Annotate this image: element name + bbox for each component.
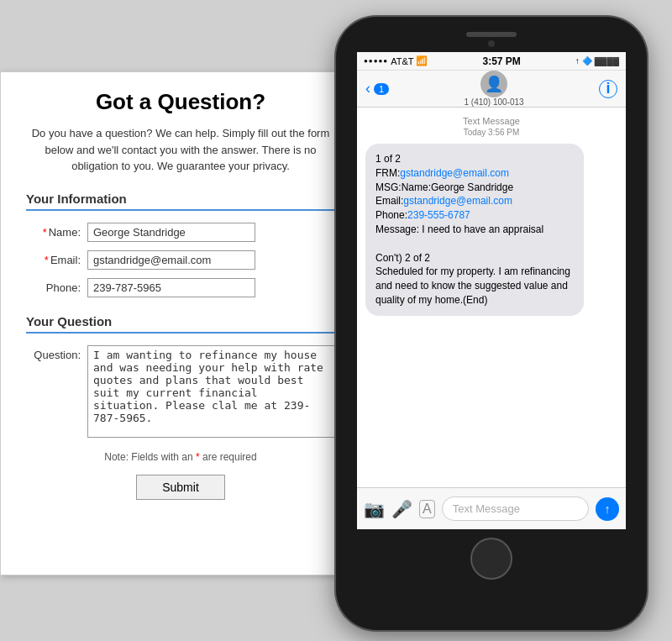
note-text: Note: Fields with an * are required: [26, 451, 335, 463]
name-group: *Name:: [26, 223, 335, 242]
back-button[interactable]: ‹ 1: [365, 80, 389, 97]
form-panel: Got a Question? Do you have a question? …: [0, 71, 361, 575]
note-star: *: [196, 451, 200, 463]
email-input[interactable]: [87, 250, 255, 270]
message-time-label: Today 3:56 PM: [464, 128, 520, 137]
send-button[interactable]: ↑: [596, 497, 619, 521]
status-left: ●●●●● AT&T 📶: [364, 55, 428, 66]
input-bar: 📷 🎤 A Text Message ↑: [357, 487, 626, 529]
message-type-label: Text Message: [463, 116, 520, 126]
form-description: Do you have a question? We can help. Sim…: [26, 125, 335, 175]
phone-input[interactable]: [87, 278, 255, 297]
your-question-section: Your Question Question: I am wanting to …: [26, 314, 335, 438]
email-required-star: *: [45, 254, 49, 266]
bubble-line-1: 1 of 2 FRM:gstandridge@email.com MSG:Nam…: [375, 153, 570, 306]
avatar-icon: 👤: [485, 75, 503, 93]
text-input-placeholder: Text Message: [453, 502, 520, 515]
submit-wrapper: Submit: [26, 475, 335, 500]
question-label: Question:: [26, 345, 81, 361]
phone-device: ●●●●● AT&T 📶 3:57 PM ↑ 🔷 ▓▓▓▓ ‹ 1: [336, 17, 647, 630]
question-group: Question: I am wanting to refinance my h…: [26, 345, 335, 438]
phone-link[interactable]: 239-555-6787: [407, 209, 470, 221]
message-thread-area: Text Message Today 3:56 PM 1 of 2 FRM:gs…: [357, 108, 626, 487]
info-icon: i: [606, 80, 610, 97]
messages-nav: ‹ 1 👤 1 (410) 100-013 i: [357, 71, 626, 108]
screen-inner: ●●●●● AT&T 📶 3:57 PM ↑ 🔷 ▓▓▓▓ ‹ 1: [357, 52, 626, 529]
contact-info: 👤 1 (410) 100-013: [464, 71, 523, 107]
your-info-section: Your Information *Name: *Email: Phone:: [26, 192, 335, 297]
form-title: Got a Question?: [26, 89, 335, 115]
phone-label: Phone:: [26, 281, 81, 294]
bluetooth-icon: 🔷: [582, 56, 592, 66]
carrier-name: AT&T: [391, 56, 413, 66]
message-bubble: 1 of 2 FRM:gstandridge@email.com MSG:Nam…: [365, 144, 584, 316]
your-question-heading: Your Question: [26, 314, 335, 334]
name-label: *Name:: [26, 226, 81, 239]
phone-speaker: [466, 32, 517, 37]
status-right: ↑ 🔷 ▓▓▓▓: [575, 56, 619, 66]
back-count-badge: 1: [374, 83, 389, 95]
camera-icon[interactable]: 📷: [364, 499, 385, 519]
location-icon: ↑: [575, 56, 580, 66]
name-required-star: *: [43, 226, 47, 239]
contact-phone-number: 1 (410) 100-013: [464, 97, 523, 107]
text-message-input[interactable]: Text Message: [442, 497, 589, 521]
frm-email-link[interactable]: gstandridge@email.com: [400, 167, 509, 179]
submit-button[interactable]: Submit: [136, 475, 225, 500]
info-button[interactable]: i: [599, 80, 617, 98]
status-time: 3:57 PM: [482, 55, 520, 67]
email-link[interactable]: gstandridge@email.com: [403, 195, 512, 207]
status-bar: ●●●●● AT&T 📶 3:57 PM ↑ 🔷 ▓▓▓▓: [357, 52, 626, 71]
battery-icon: ▓▓▓▓: [595, 56, 619, 66]
question-textarea[interactable]: I am wanting to refinance my house and w…: [87, 345, 335, 438]
audio-icon[interactable]: 🎤: [391, 499, 412, 519]
email-group: *Email:: [26, 250, 335, 270]
name-input[interactable]: [87, 223, 255, 242]
back-arrow-icon: ‹: [365, 80, 370, 97]
phone-screen: ●●●●● AT&T 📶 3:57 PM ↑ 🔷 ▓▓▓▓ ‹ 1: [357, 52, 626, 529]
home-button[interactable]: [470, 538, 512, 580]
send-icon: ↑: [605, 502, 611, 516]
phone-group: Phone:: [26, 278, 335, 297]
apps-icon[interactable]: A: [419, 500, 435, 518]
signal-dots: ●●●●●: [364, 57, 388, 65]
contact-avatar: 👤: [480, 71, 507, 97]
phone-camera: [488, 40, 495, 47]
wifi-icon: 📶: [416, 55, 428, 66]
your-info-heading: Your Information: [26, 192, 335, 211]
email-label: *Email:: [26, 254, 81, 266]
